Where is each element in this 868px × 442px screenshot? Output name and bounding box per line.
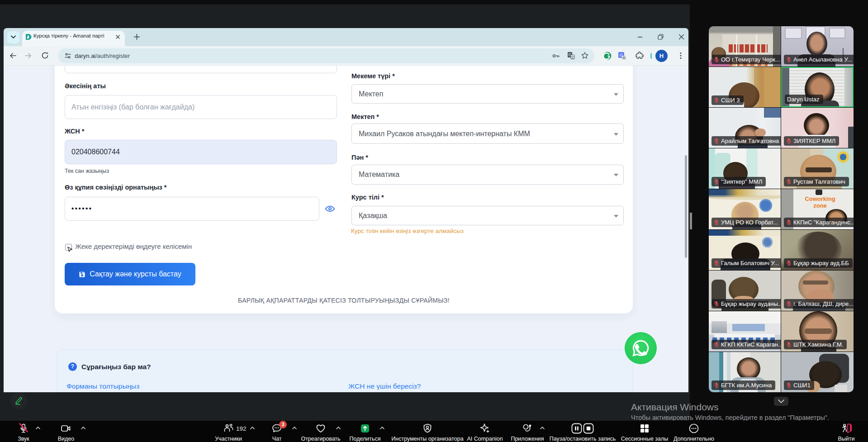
svg-text:文: 文 (571, 55, 574, 59)
